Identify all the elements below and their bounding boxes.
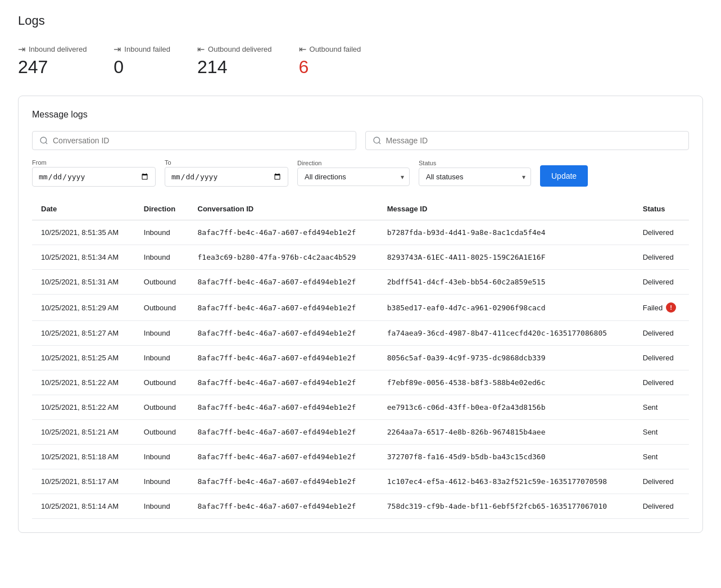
col-header-date: Date [32,198,135,220]
message-logs-card: Message logs From To [18,96,703,533]
table-row[interactable]: 10/25/2021, 8:51:34 AM Inbound f1ea3c69-… [32,245,689,270]
stats-row: ⇥ Inbound delivered 247 ⇥ Inbound failed… [18,44,703,78]
card-title: Message logs [32,110,689,120]
table-row[interactable]: 10/25/2021, 8:51:22 AM Outbound 8afac7ff… [32,370,689,395]
status-text: Delivered [643,502,674,510]
cell-conversation-id: 8afac7ff-be4c-46a7-a607-efd494eb1e2f [189,220,378,245]
from-date-input[interactable] [32,167,156,187]
cell-status: Sent [634,445,689,469]
direction-select-wrap: Direction All directions Inbound Outboun… [297,160,410,186]
inbound-delivered-icon: ⇥ [18,44,25,55]
conversation-id-input[interactable] [53,136,349,145]
status-select[interactable]: All statuses Delivered Failed Sent [419,168,531,186]
cell-status: Delivered [634,346,689,370]
status-text: Sent [643,453,658,461]
cell-conversation-id: f1ea3c69-b280-47fa-976b-c4c2aac4b529 [189,245,378,270]
svg-line-1 [46,142,47,144]
search-row [32,131,689,150]
to-date-label: To [165,159,288,166]
cell-direction: Inbound [135,445,189,469]
direction-select[interactable]: All directions Inbound Outbound [297,168,410,186]
message-search-icon [373,136,382,145]
table-row[interactable]: 10/25/2021, 8:51:22 AM Outbound 8afac7ff… [32,395,689,420]
cell-message-id: 1c107ec4-ef5a-4612-b463-83a2f521c59e-163… [378,469,634,494]
conversation-search-icon [39,136,48,145]
cell-conversation-id: 8afac7ff-be4c-46a7-a607-efd494eb1e2f [189,346,378,370]
cell-date: 10/25/2021, 8:51:21 AM [32,420,135,445]
cell-status: Failed ! [634,295,689,321]
col-header-conversation-id: Conversation ID [189,198,378,220]
stat-inbound-failed-value: 0 [114,57,170,78]
table-header-row: Date Direction Conversation ID Message I… [32,198,689,220]
table-row[interactable]: 10/25/2021, 8:51:29 AM Outbound 8afac7ff… [32,295,689,321]
svg-line-3 [379,142,380,144]
stat-outbound-delivered-value: 214 [197,57,271,78]
status-text: Delivered [643,278,674,286]
cell-status: Delivered [634,321,689,346]
cell-date: 10/25/2021, 8:51:29 AM [32,295,135,321]
to-date-wrap: To [165,159,288,187]
stat-inbound-delivered: ⇥ Inbound delivered 247 [18,44,87,78]
cell-message-id: 8056c5af-0a39-4c9f-9735-dc9868dcb339 [378,346,634,370]
status-text: Delivered [643,253,674,261]
logs-table-container: Date Direction Conversation ID Message I… [32,198,689,519]
page-title: Logs [18,13,703,28]
update-button[interactable]: Update [540,165,588,187]
message-id-input[interactable] [386,136,682,145]
cell-conversation-id: 8afac7ff-be4c-46a7-a607-efd494eb1e2f [189,469,378,494]
status-text: Sent [643,428,658,436]
table-row[interactable]: 10/25/2021, 8:51:31 AM Outbound 8afac7ff… [32,270,689,295]
inbound-failed-icon: ⇥ [114,44,121,55]
cell-status: Delivered [634,220,689,245]
table-row[interactable]: 10/25/2021, 8:51:25 AM Inbound 8afac7ff-… [32,346,689,370]
status-text: Delivered [643,378,674,387]
cell-status: Delivered [634,245,689,270]
stat-inbound-failed-label: Inbound failed [124,45,170,53]
table-row[interactable]: 10/25/2021, 8:51:14 AM Inbound 8afac7ff-… [32,494,689,519]
outbound-failed-icon: ⇤ [299,44,306,55]
cell-date: 10/25/2021, 8:51:22 AM [32,395,135,420]
cell-date: 10/25/2021, 8:51:22 AM [32,370,135,395]
cell-status: Sent [634,420,689,445]
cell-date: 10/25/2021, 8:51:27 AM [32,321,135,346]
col-header-message-id: Message ID [378,198,634,220]
col-header-status: Status [634,198,689,220]
cell-message-id: 2bdff541-d4cf-43eb-bb54-60c2a859e515 [378,270,634,295]
stat-outbound-failed-value: 6 [299,57,361,78]
filter-row: From To Direction All directions Inbound… [32,159,689,187]
cell-status: Delivered [634,370,689,395]
cell-date: 10/25/2021, 8:51:17 AM [32,469,135,494]
stat-outbound-delivered: ⇤ Outbound delivered 214 [197,44,271,78]
table-row[interactable]: 10/25/2021, 8:51:18 AM Inbound 8afac7ff-… [32,445,689,469]
table-row[interactable]: 10/25/2021, 8:51:27 AM Inbound 8afac7ff-… [32,321,689,346]
cell-status: Sent [634,395,689,420]
table-row[interactable]: 10/25/2021, 8:51:35 AM Inbound 8afac7ff-… [32,220,689,245]
cell-conversation-id: 8afac7ff-be4c-46a7-a607-efd494eb1e2f [189,295,378,321]
cell-message-id: b385ed17-eaf0-4d7c-a961-02906f98cacd [378,295,634,321]
table-row[interactable]: 10/25/2021, 8:51:17 AM Inbound 8afac7ff-… [32,469,689,494]
table-row[interactable]: 10/25/2021, 8:51:21 AM Outbound 8afac7ff… [32,420,689,445]
stat-outbound-delivered-label: Outbound delivered [208,45,271,53]
cell-message-id: 372707f8-fa16-45d9-b5db-ba43c15cd360 [378,445,634,469]
cell-conversation-id: 8afac7ff-be4c-46a7-a607-efd494eb1e2f [189,420,378,445]
cell-date: 10/25/2021, 8:51:31 AM [32,270,135,295]
stat-inbound-delivered-label: Inbound delivered [29,45,87,53]
from-date-wrap: From [32,159,156,187]
status-text: Delivered [643,354,674,362]
svg-point-0 [40,137,47,143]
failed-icon: ! [666,302,676,313]
cell-direction: Inbound [135,321,189,346]
cell-message-id: b7287fda-b93d-4d41-9a8e-8ac1cda5f4e4 [378,220,634,245]
status-label: Status [419,160,531,166]
cell-conversation-id: 8afac7ff-be4c-46a7-a607-efd494eb1e2f [189,395,378,420]
logs-table: Date Direction Conversation ID Message I… [32,198,689,519]
status-failed: Failed ! [643,302,680,313]
to-date-input[interactable] [165,167,288,187]
cell-direction: Inbound [135,346,189,370]
status-select-wrap: Status All statuses Delivered Failed Sen… [419,160,531,186]
from-date-label: From [32,159,156,166]
cell-direction: Inbound [135,469,189,494]
cell-message-id: 758dc319-cf9b-4ade-bf11-6ebf5f2fcb65-163… [378,494,634,519]
cell-date: 10/25/2021, 8:51:25 AM [32,346,135,370]
cell-direction: Outbound [135,420,189,445]
